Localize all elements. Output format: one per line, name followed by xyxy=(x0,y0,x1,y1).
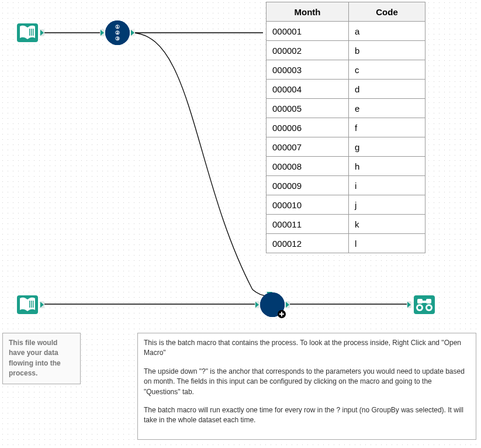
macro-output-anchor[interactable] xyxy=(285,301,290,308)
svg-rect-3 xyxy=(31,29,32,36)
browse-data-table: Month Code 000001a 000002b 000003c 00000… xyxy=(266,2,425,253)
svg-rect-18 xyxy=(423,301,426,303)
output-anchor[interactable] xyxy=(40,301,44,308)
svg-text:①: ① xyxy=(115,24,120,30)
table-row: 000007g xyxy=(267,137,425,157)
svg-rect-16 xyxy=(417,299,423,304)
comment-right-p3: The batch macro will run exactly one tim… xyxy=(144,405,470,426)
browse-input-anchor[interactable] xyxy=(407,301,411,308)
svg-rect-11 xyxy=(31,301,32,308)
table-header-row: Month Code xyxy=(267,2,425,22)
svg-rect-10 xyxy=(29,301,30,308)
svg-rect-4 xyxy=(33,29,34,36)
table-row: 000010j xyxy=(267,195,425,215)
table-row: 000009i xyxy=(267,176,425,195)
text-input-tool-bottom[interactable] xyxy=(15,292,40,317)
svg-text:③: ③ xyxy=(115,36,120,42)
table-row: 000001a xyxy=(267,22,425,41)
record-id-tool[interactable]: ① ② ③ xyxy=(105,20,130,45)
binoculars-icon xyxy=(412,292,437,317)
comment-left[interactable]: This file would have your data flowing i… xyxy=(2,333,81,384)
svg-text:②: ② xyxy=(115,30,120,36)
text-input-tool-top[interactable] xyxy=(15,20,40,45)
plus-badge-icon xyxy=(278,310,286,318)
record-id-icon: ① ② ③ xyxy=(105,20,130,45)
svg-rect-12 xyxy=(33,301,34,308)
svg-point-22 xyxy=(427,306,431,309)
table-row: 000004d xyxy=(267,80,425,99)
comment-right-p1: This is the batch macro that contains th… xyxy=(144,338,470,359)
batch-macro-tool[interactable] xyxy=(260,292,285,317)
svg-rect-15 xyxy=(414,295,435,314)
workflow-canvas[interactable]: ① ② ③ Month Code 000001a 000002b 000003c… xyxy=(0,0,481,448)
table-header-code: Code xyxy=(349,2,425,22)
output-anchor[interactable] xyxy=(40,29,44,36)
input-anchor[interactable] xyxy=(100,29,105,36)
table-row: 000008h xyxy=(267,157,425,176)
table-row: 000003c xyxy=(267,60,425,80)
table-row: 000012l xyxy=(267,234,425,253)
table-row: 000002b xyxy=(267,41,425,60)
comment-right[interactable]: This is the batch macro that contains th… xyxy=(137,333,476,440)
table-row: 000005e xyxy=(267,99,425,118)
macro-input-anchor[interactable] xyxy=(255,301,259,308)
browse-tool[interactable] xyxy=(412,292,437,317)
comment-right-p2: The upside down "?" is the anchor that c… xyxy=(144,367,470,397)
table-header-month: Month xyxy=(267,2,349,22)
table-row: 000011k xyxy=(267,215,425,234)
svg-point-21 xyxy=(418,306,421,309)
comment-left-text: This file would have your data flowing i… xyxy=(9,339,61,377)
book-icon xyxy=(15,292,40,317)
svg-rect-17 xyxy=(426,299,431,304)
table-row: 000006f xyxy=(267,118,425,137)
book-icon xyxy=(15,20,40,45)
svg-rect-2 xyxy=(29,29,30,36)
output-anchor[interactable] xyxy=(130,29,135,36)
